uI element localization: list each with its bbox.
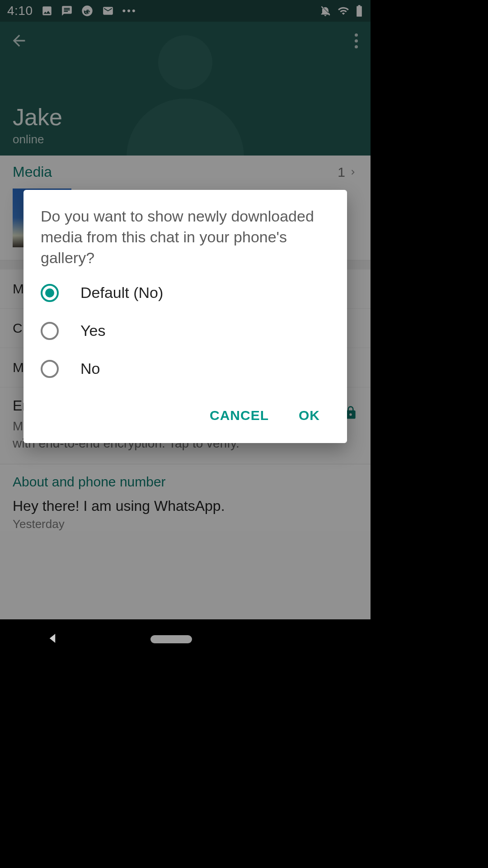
ok-button[interactable]: OK xyxy=(293,403,325,428)
option-label: Yes xyxy=(80,322,105,340)
radio-unselected-icon xyxy=(41,322,59,340)
nav-home-pill[interactable] xyxy=(150,635,192,643)
screen: 4:10 ••• Jake online xyxy=(0,0,371,659)
option-yes[interactable]: Yes xyxy=(41,322,330,340)
cancel-button[interactable]: CANCEL xyxy=(204,403,274,428)
option-label: Default (No) xyxy=(80,284,163,302)
option-default[interactable]: Default (No) xyxy=(41,284,330,302)
dialog-title: Do you want to show newly downloaded med… xyxy=(41,206,330,269)
system-nav-bar xyxy=(0,619,371,659)
option-no[interactable]: No xyxy=(41,360,330,378)
radio-selected-icon xyxy=(41,284,59,302)
dialog-actions: CANCEL OK xyxy=(41,403,330,435)
option-label: No xyxy=(80,360,100,377)
nav-back-button[interactable] xyxy=(46,632,59,647)
radio-unselected-icon xyxy=(41,360,59,378)
media-visibility-dialog: Do you want to show newly downloaded med… xyxy=(23,190,347,443)
dialog-options: Default (No) Yes No xyxy=(41,284,330,378)
